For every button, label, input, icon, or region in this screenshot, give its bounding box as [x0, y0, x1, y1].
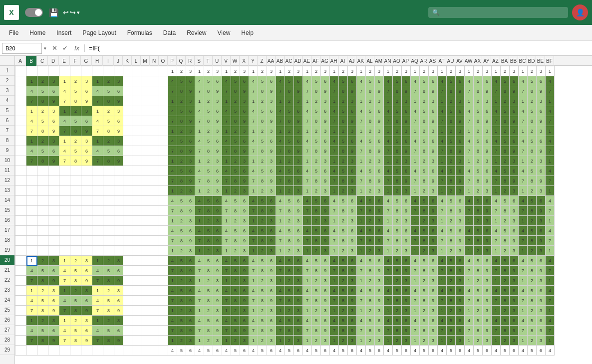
cell-D3[interactable]: 6	[48, 86, 59, 96]
cell-J26[interactable]: 3	[114, 316, 123, 326]
cell-X2[interactable]: 6	[240, 76, 249, 86]
cell-AL5[interactable]: 5	[366, 106, 375, 116]
cell-AO19[interactable]: 2	[393, 246, 402, 256]
cell-BF7[interactable]: 1	[546, 126, 555, 136]
cell-R19[interactable]: 3	[186, 246, 195, 256]
cell-BB25[interactable]: 3	[510, 306, 519, 316]
cell-Y28[interactable]: 1	[249, 336, 258, 346]
cell-I7[interactable]: 8	[103, 126, 114, 136]
cell-T16[interactable]: 2	[204, 216, 213, 226]
cell-S18[interactable]: 7	[195, 236, 204, 246]
cell-F23[interactable]: 2	[70, 286, 81, 296]
menu-help[interactable]: Help	[236, 27, 259, 38]
cell-BB23[interactable]: 6	[510, 286, 519, 296]
cell-AJ26[interactable]: 6	[348, 316, 357, 326]
cell-AE10[interactable]: 1	[303, 156, 312, 166]
cell-AS26[interactable]: 6	[429, 316, 438, 326]
cell-D15[interactable]	[48, 206, 59, 216]
cell-AI26[interactable]: 5	[339, 316, 348, 326]
cell-A6[interactable]	[15, 116, 26, 126]
cell-E17[interactable]	[59, 226, 70, 236]
cell-W19[interactable]: 2	[231, 246, 240, 256]
cell-AY21[interactable]: 9	[483, 266, 492, 276]
cell-BF14[interactable]: 4	[546, 196, 555, 206]
col-header-E[interactable]: E	[59, 56, 70, 66]
cell-V3[interactable]: 7	[222, 86, 231, 96]
cell-BB26[interactable]: 6	[510, 316, 519, 326]
col-header-AN[interactable]: AN	[383, 56, 392, 66]
cell-AA29[interactable]: 6	[267, 346, 276, 356]
cell-AL18[interactable]: 8	[366, 236, 375, 246]
cell-BF13[interactable]: 1	[546, 186, 555, 196]
cell-S24[interactable]: 7	[195, 296, 204, 306]
cell-O1[interactable]	[159, 66, 168, 76]
cell-AF12[interactable]: 8	[312, 176, 321, 186]
cell-AG13[interactable]: 3	[321, 186, 330, 196]
cell-AE15[interactable]: 7	[303, 206, 312, 216]
cell-Y5[interactable]: 4	[249, 106, 258, 116]
cell-AR18[interactable]: 8	[420, 236, 429, 246]
cell-AX27[interactable]: 8	[474, 326, 483, 336]
cell-D13[interactable]	[48, 186, 59, 196]
cell-AZ2[interactable]: 4	[492, 76, 501, 86]
col-header-AV[interactable]: AV	[455, 56, 464, 66]
cell-AT17[interactable]: 4	[438, 226, 447, 236]
cell-BC7[interactable]: 1	[519, 126, 528, 136]
cell-AB20[interactable]: 4	[276, 256, 285, 266]
cell-I25[interactable]: 8	[103, 306, 114, 316]
cell-AY17[interactable]: 6	[483, 226, 492, 236]
cell-V9[interactable]: 7	[222, 146, 231, 156]
cell-AO22[interactable]: 2	[393, 276, 402, 286]
cell-M17[interactable]	[141, 226, 150, 236]
cell-C5[interactable]: 2	[37, 106, 48, 116]
cell-A7[interactable]	[15, 126, 26, 136]
cell-G1[interactable]	[81, 66, 92, 76]
col-header-R[interactable]: R	[186, 56, 195, 66]
cell-L19[interactable]	[132, 246, 141, 256]
cell-T7[interactable]: 2	[204, 126, 213, 136]
cell-AW15[interactable]: 7	[465, 206, 474, 216]
cell-Y16[interactable]: 1	[249, 216, 258, 226]
cell-BE13[interactable]: 3	[537, 186, 546, 196]
cell-D25[interactable]: 9	[48, 306, 59, 316]
cell-AS13[interactable]: 3	[429, 186, 438, 196]
cell-S12[interactable]: 7	[195, 176, 204, 186]
cell-AE4[interactable]: 1	[303, 96, 312, 106]
row-num-6[interactable]: 6	[0, 116, 14, 126]
cell-BA4[interactable]: 2	[501, 96, 510, 106]
cell-AQ15[interactable]: 7	[411, 206, 420, 216]
cell-Q11[interactable]: 5	[177, 166, 186, 176]
cell-AD28[interactable]: 3	[294, 336, 303, 346]
cell-C22[interactable]: 8	[37, 276, 48, 286]
cell-D29[interactable]	[48, 346, 59, 356]
cell-AP27[interactable]: 9	[402, 326, 411, 336]
cell-AZ5[interactable]: 4	[492, 106, 501, 116]
cell-AZ8[interactable]: 4	[492, 136, 501, 146]
cell-BD4[interactable]: 2	[528, 96, 537, 106]
cell-AW28[interactable]: 1	[465, 336, 474, 346]
cell-AZ3[interactable]: 7	[492, 86, 501, 96]
cell-X3[interactable]: 9	[240, 86, 249, 96]
cell-P28[interactable]: 1	[168, 336, 177, 346]
cell-AN24[interactable]: 7	[384, 296, 393, 306]
col-header-AX[interactable]: AX	[473, 56, 482, 66]
cell-AG3[interactable]: 9	[321, 86, 330, 96]
cell-S11[interactable]: 4	[195, 166, 204, 176]
cell-V28[interactable]: 1	[222, 336, 231, 346]
cell-F13[interactable]	[70, 186, 81, 196]
cell-V29[interactable]: 4	[222, 346, 231, 356]
cell-K4[interactable]	[123, 96, 132, 106]
cell-BB21[interactable]: 9	[510, 266, 519, 276]
cell-AJ12[interactable]: 9	[348, 176, 357, 186]
cell-BD8[interactable]: 5	[528, 136, 537, 146]
cell-AA10[interactable]: 3	[267, 156, 276, 166]
cell-AX2[interactable]: 5	[474, 76, 483, 86]
cell-W20[interactable]: 5	[231, 256, 240, 266]
cell-AI23[interactable]: 5	[339, 286, 348, 296]
grid-content[interactable]: 1231231231231231231231231231231231231231…	[15, 66, 592, 364]
cell-I6[interactable]: 5	[103, 116, 114, 126]
cell-AD22[interactable]: 3	[294, 276, 303, 286]
cell-AJ18[interactable]: 9	[348, 236, 357, 246]
cell-C12[interactable]	[37, 176, 48, 186]
cell-N27[interactable]	[150, 326, 159, 336]
